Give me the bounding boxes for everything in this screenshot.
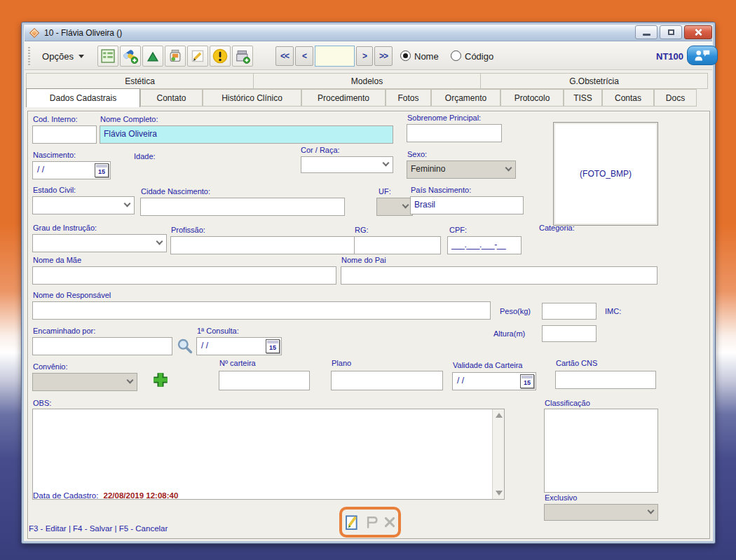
validade-carteira-value: / / (457, 376, 464, 385)
tab-dados-cadastrais[interactable]: Dados Cadastrais (26, 88, 140, 107)
patient-photo-box[interactable]: (FOTO_BMP) (553, 122, 658, 226)
tab-contas[interactable]: Contas (602, 89, 654, 107)
calendar-icon[interactable]: 15 (95, 163, 109, 177)
cor-raca-select[interactable] (301, 156, 393, 173)
chevron-down-icon (124, 200, 131, 207)
obs-scrollbar[interactable] (492, 409, 504, 499)
validade-carteira-field[interactable]: / / 15 (452, 372, 536, 390)
tab-orcamento[interactable]: Orçamento (431, 89, 500, 107)
scroll-up-icon[interactable] (496, 413, 503, 418)
imc-label: IMC: (605, 307, 621, 315)
encaminhado-field[interactable] (32, 337, 172, 355)
cod-interno-label: Cod. Interno: (33, 115, 78, 123)
desktop-background: 10 - Flávia Oliveira () Opções (0, 0, 736, 560)
nome-completo-label: Nome Completo: (100, 115, 158, 123)
sexo-select[interactable]: Feminino (407, 161, 516, 179)
record-number-input[interactable] (315, 46, 355, 67)
edit-record-icon[interactable] (344, 514, 360, 531)
calendar-icon[interactable]: 15 (266, 339, 280, 353)
plano-label: Plano (332, 359, 351, 367)
alert-button[interactable] (210, 46, 231, 67)
tab-tiss[interactable]: TISS (564, 89, 602, 107)
num-carteira-field[interactable] (219, 371, 310, 390)
nome-pai-field[interactable] (341, 266, 657, 285)
mixture-jar-button[interactable] (165, 46, 186, 67)
primeira-consulta-value: / / (201, 341, 208, 350)
exclusivo-select[interactable] (544, 504, 658, 521)
chat-support-button[interactable] (687, 46, 718, 65)
grau-instrucao-select[interactable] (32, 234, 167, 252)
shortcut-hints: F3 - Editar | F4 - Salvar | F5 - Cancela… (29, 524, 168, 533)
scroll-down-icon[interactable] (496, 491, 503, 496)
nome-mae-field[interactable] (32, 266, 336, 285)
nascimento-field[interactable]: / / 15 (32, 161, 111, 179)
app-window: 10 - Flávia Oliveira () Opções (21, 22, 716, 544)
options-menu-button[interactable]: Opções (33, 46, 93, 66)
minimize-button[interactable] (635, 25, 657, 39)
search-icon[interactable] (177, 338, 193, 355)
cone-button[interactable] (142, 46, 163, 67)
nascimento-value: / / (37, 165, 44, 175)
estado-civil-select[interactable] (32, 196, 135, 214)
plano-field[interactable] (331, 371, 443, 390)
window-title: 10 - Flávia Oliveira () (44, 28, 122, 38)
toolbar-grip[interactable] (28, 47, 30, 65)
sobrenome-field[interactable] (407, 124, 502, 142)
nome-completo-field[interactable]: Flávia Oliveira (100, 125, 393, 144)
nav-last-button[interactable]: >> (374, 46, 393, 66)
primeira-consulta-label: 1ª Consulta: (197, 327, 239, 335)
profissao-field[interactable] (170, 236, 362, 254)
cpf-field[interactable]: ___.___.___-__ (447, 236, 522, 254)
tab-modelos[interactable]: Modelos (253, 73, 481, 89)
tab-docs[interactable]: Docs (654, 89, 697, 107)
save-record-icon[interactable] (364, 514, 379, 530)
pais-nascimento-field[interactable]: Brasil (410, 196, 524, 214)
nav-next-button[interactable]: > (356, 46, 373, 66)
peso-field[interactable] (542, 303, 597, 320)
app-diamond-icon (29, 28, 39, 38)
data-cadastro-label: Data de Cadastro: (33, 491, 98, 500)
chevron-down-icon (402, 202, 409, 209)
cartao-cns-field[interactable] (555, 371, 656, 389)
toolbar: Opções << (25, 41, 712, 70)
radio-nome[interactable] (400, 50, 411, 61)
add-convenio-icon[interactable] (152, 371, 169, 388)
rg-field[interactable] (354, 236, 441, 254)
patient-form-button[interactable] (97, 46, 118, 67)
sexo-label: Sexo: (407, 150, 427, 158)
maximize-button[interactable] (660, 25, 682, 39)
nav-prev-button[interactable]: < (295, 46, 313, 66)
add-medication-button[interactable] (120, 46, 141, 67)
cidade-nascimento-field[interactable] (140, 198, 345, 216)
radio-codigo[interactable] (451, 50, 461, 61)
cone-icon (145, 48, 161, 64)
nome-responsavel-field[interactable] (32, 301, 491, 320)
uf-select[interactable] (376, 198, 413, 216)
primeira-consulta-field[interactable]: / / 15 (196, 337, 282, 355)
tab-contato[interactable]: Contato (140, 89, 203, 107)
cancel-record-icon[interactable] (383, 515, 396, 529)
tab-fotos[interactable]: Fotos (386, 89, 431, 107)
chevron-down-icon (383, 160, 390, 167)
title-bar[interactable]: 10 - Flávia Oliveira () (25, 25, 712, 41)
classificacao-listbox[interactable] (544, 409, 658, 493)
tab-procedimento[interactable]: Procedimento (301, 89, 386, 107)
altura-field[interactable] (542, 325, 597, 342)
convenio-select[interactable] (32, 373, 137, 391)
tab-g-obstetricia[interactable]: G.Obstetrícia (480, 73, 708, 89)
cartao-cns-label: Cartão CNS (556, 359, 597, 367)
tab-historico-clinico[interactable]: Histórico Clínico (203, 89, 301, 107)
nav-first-button[interactable]: << (275, 46, 294, 66)
grau-instrucao-label: Grau de Instrução: (33, 224, 97, 232)
close-button[interactable] (684, 25, 712, 39)
minimize-icon (643, 34, 650, 36)
tab-protocolo[interactable]: Protocolo (500, 89, 564, 107)
pais-nascimento-label: País Nascimento: (411, 186, 471, 194)
obs-textarea[interactable] (32, 409, 505, 500)
add-register-button[interactable] (232, 46, 253, 67)
tab-estetica[interactable]: Estética (26, 73, 254, 89)
jar-icon (168, 48, 183, 64)
cod-interno-field[interactable] (32, 125, 97, 144)
calendar-icon[interactable]: 15 (520, 374, 534, 388)
edit-note-button[interactable] (187, 46, 208, 67)
